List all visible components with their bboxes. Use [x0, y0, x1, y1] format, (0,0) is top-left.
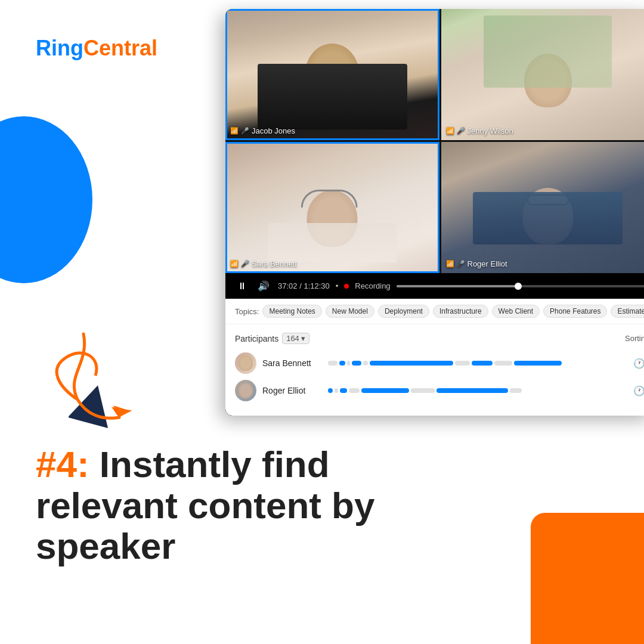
progress-bar[interactable] — [397, 285, 644, 287]
svg-point-0 — [0, 116, 92, 283]
jenny-label: 📶 🎤 Jenny Wilson — [446, 126, 513, 135]
participants-count[interactable]: 164 ▾ — [282, 333, 309, 344]
logo-central: Central — [83, 36, 157, 60]
roger-name: Roger Elliot — [467, 259, 507, 268]
orange-arrow-decoration — [54, 316, 239, 429]
recording-dot — [344, 284, 349, 289]
signal-icon-roger: 📶 — [446, 260, 454, 268]
logo: RingCentral — [36, 36, 157, 61]
progress-fill — [397, 285, 519, 287]
participants-label: Participants — [235, 334, 278, 343]
control-bar: ⏸ 🔊 37:02 / 1:12:30 • Recording — [225, 273, 644, 299]
topic-meeting-notes[interactable]: Meeting Notes — [262, 305, 321, 318]
mic-icon-sara: 🎤 — [241, 260, 249, 268]
participant-row-sara: Sara Bennett 🕐 — [235, 352, 644, 374]
clock-icon-roger: 🕐 — [633, 385, 644, 397]
mic-icon-jacob: 🎤 — [241, 127, 249, 135]
participants-panel: Participants 164 ▾ Sortin Sara Bennett — [225, 324, 644, 416]
volume-button[interactable]: 🔊 — [255, 279, 272, 293]
roger-label: 📶 🎤 Roger Elliot — [446, 259, 507, 268]
sorting-label: Sortin — [625, 334, 644, 343]
current-time: 37:02 — [278, 281, 298, 290]
sara-name: Sara Bennett — [252, 259, 297, 268]
topic-infrastructure[interactable]: Infrastructure — [433, 305, 488, 318]
cta-number: #4: — [36, 444, 89, 485]
roger-participant-name: Roger Elliot — [262, 386, 322, 395]
cta-section: #4: Instantly find relevant content by s… — [36, 444, 394, 566]
cta-text: #4: Instantly find relevant content by s… — [36, 444, 394, 566]
recording-label: Recording — [355, 281, 390, 290]
signal-icon-jacob: 📶 — [230, 127, 239, 135]
sara-label: 📶 🎤 Sara Bennett — [230, 259, 297, 268]
participant-row-roger: Roger Elliot 🕐 — [235, 380, 644, 401]
jacob-label: 📶 🎤 Jacob Jones — [230, 126, 295, 135]
topic-web-client[interactable]: Web Client — [492, 305, 540, 318]
avatar-sara — [235, 352, 256, 374]
participants-title: Participants 164 ▾ — [235, 333, 309, 344]
video-cell-roger: 📶 🎤 Roger Elliot — [441, 142, 645, 273]
mic-icon-jenny: 🎤 — [457, 127, 465, 135]
topic-new-model[interactable]: New Model — [326, 305, 374, 318]
topic-deployment[interactable]: Deployment — [378, 305, 429, 318]
video-cell-jenny: 📶 🎤 Jenny Wilson — [441, 9, 645, 140]
video-grid: 📶 🎤 Jacob Jones 📶 🎤 Jenny Wilson 📶 🎤 — [225, 9, 644, 273]
clock-icon-sara: 🕐 — [633, 358, 644, 369]
jenny-name: Jenny Wilson — [467, 126, 513, 135]
total-time: 1:12:30 — [304, 281, 329, 290]
topics-bar: Topics: Meeting Notes New Model Deployme… — [225, 299, 644, 324]
signal-icon-sara: 📶 — [230, 260, 239, 268]
avatar-roger — [235, 380, 256, 401]
time-display: 37:02 / 1:12:30 — [278, 281, 330, 290]
sara-timeline[interactable] — [328, 357, 627, 369]
jacob-name: Jacob Jones — [252, 126, 295, 135]
main-panel: 📶 🎤 Jacob Jones 📶 🎤 Jenny Wilson 📶 🎤 — [225, 9, 644, 416]
video-cell-jacob: 📶 🎤 Jacob Jones — [225, 9, 439, 140]
topics-label: Topics: — [235, 307, 259, 316]
blue-blob-decoration — [0, 110, 125, 289]
sara-participant-name: Sara Bennett — [262, 358, 322, 368]
orange-rect-decoration — [531, 513, 644, 644]
participants-header: Participants 164 ▾ Sortin — [235, 333, 644, 344]
signal-icon-jenny: 📶 — [446, 127, 454, 135]
logo-ring: Ring — [36, 36, 83, 60]
topic-phone-features[interactable]: Phone Features — [543, 305, 607, 318]
mic-icon-roger: 🎤 — [457, 260, 465, 268]
video-cell-sara: 📶 🎤 Sara Bennett — [225, 142, 439, 273]
progress-thumb — [515, 283, 522, 290]
pause-button[interactable]: ⏸ — [235, 280, 249, 293]
topic-estimates[interactable]: Estimates — [611, 305, 644, 318]
roger-timeline[interactable] — [328, 385, 627, 397]
